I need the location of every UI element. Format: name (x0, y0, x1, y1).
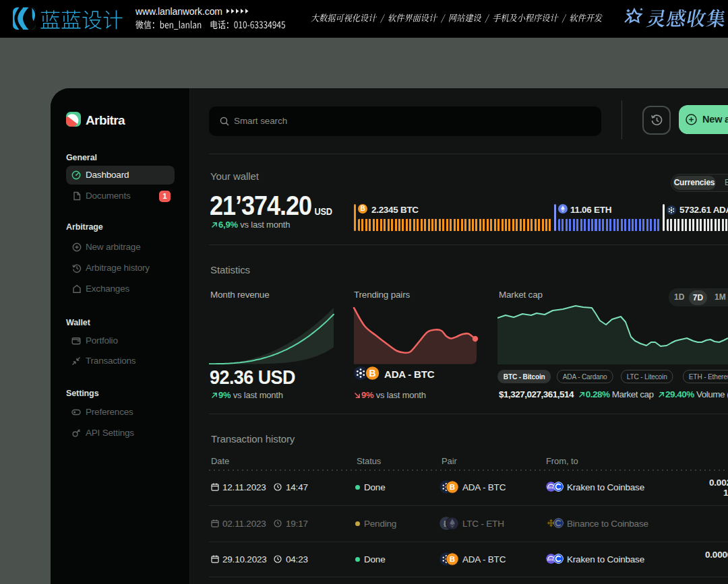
svg-text:B: B (450, 555, 455, 563)
svg-text:B: B (369, 368, 375, 379)
svg-text:B: B (450, 483, 455, 491)
